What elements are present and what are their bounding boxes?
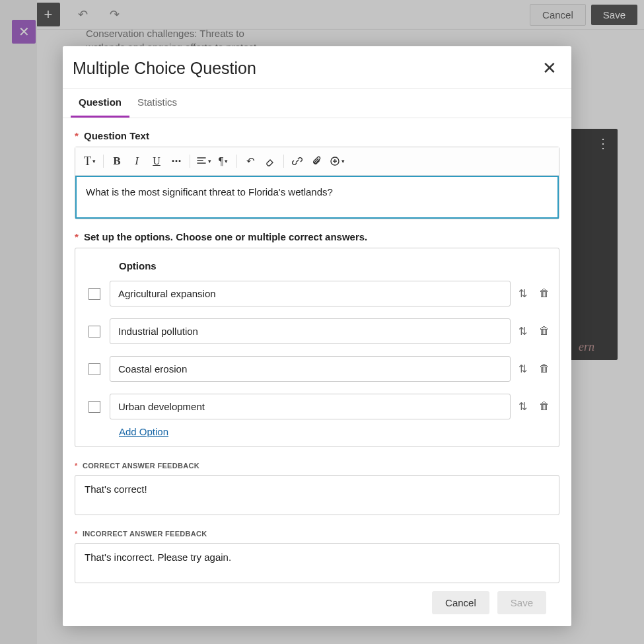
trash-icon: 🗑 bbox=[539, 363, 550, 374]
tab-question[interactable]: Question bbox=[71, 89, 129, 118]
question-editor: T▾ B I U ··· ▾ ¶▾ ↶ bbox=[75, 147, 559, 219]
add-option-link[interactable]: Add Option bbox=[119, 426, 550, 437]
modal-save-button[interactable]: Save bbox=[497, 591, 546, 614]
option-correct-checkbox[interactable] bbox=[89, 363, 100, 375]
option-correct-checkbox[interactable] bbox=[89, 288, 100, 300]
required-marker: * bbox=[75, 130, 79, 141]
correct-feedback-input[interactable]: That's correct! bbox=[75, 475, 559, 515]
close-icon: ✕ bbox=[542, 58, 557, 78]
insert-dropdown[interactable]: ▾ bbox=[328, 151, 346, 171]
modal-body: * Question Text T▾ B I U ··· ▾ ¶▾ ↶ bbox=[63, 118, 571, 626]
option-row: Agricultural expansion ⇅ 🗑 bbox=[85, 281, 550, 306]
trash-icon: 🗑 bbox=[539, 400, 550, 411]
correct-feedback-label: * CORRECT ANSWER FEEDBACK bbox=[75, 462, 559, 470]
text-style-dropdown[interactable]: T▾ bbox=[81, 151, 99, 171]
link-icon bbox=[292, 156, 303, 166]
editor-toolbar: T▾ B I U ··· ▾ ¶▾ ↶ bbox=[75, 147, 559, 176]
incorrect-feedback-label: * INCORRECT ANSWER FEEDBACK bbox=[75, 530, 559, 538]
option-text-input[interactable]: Coastal erosion bbox=[110, 356, 511, 382]
options-instruction-label: * Set up the options. Choose one or mult… bbox=[75, 231, 559, 242]
option-row: Coastal erosion ⇅ 🗑 bbox=[85, 356, 550, 382]
more-formatting-button[interactable]: ··· bbox=[167, 151, 186, 171]
required-marker: * bbox=[75, 530, 78, 538]
option-correct-checkbox[interactable] bbox=[89, 401, 100, 413]
tab-statistics[interactable]: Statistics bbox=[129, 89, 185, 118]
link-button[interactable] bbox=[288, 151, 306, 171]
reorder-icon: ⇅ bbox=[519, 326, 527, 337]
options-panel: Options Agricultural expansion ⇅ 🗑 Indus… bbox=[75, 248, 559, 447]
delete-option-button[interactable]: 🗑 bbox=[539, 400, 550, 413]
reorder-icon: ⇅ bbox=[519, 288, 527, 299]
modal-header: Multiple Choice Question ✕ bbox=[63, 46, 571, 89]
modal-footer: Cancel Save bbox=[75, 583, 559, 626]
incorrect-feedback-input[interactable]: That's incorrect. Please try again. bbox=[75, 543, 559, 583]
italic-button[interactable]: I bbox=[127, 151, 146, 171]
question-text-input[interactable]: What is the most significant threat to F… bbox=[75, 176, 559, 219]
delete-option-button[interactable]: 🗑 bbox=[539, 287, 550, 300]
paragraph-dropdown[interactable]: ¶▾ bbox=[214, 151, 233, 171]
undo-icon: ↶ bbox=[246, 155, 255, 167]
modal-title: Multiple Choice Question bbox=[73, 59, 256, 78]
reorder-button[interactable]: ⇅ bbox=[519, 325, 527, 338]
reorder-button[interactable]: ⇅ bbox=[519, 287, 527, 300]
trash-icon: 🗑 bbox=[539, 287, 550, 299]
attachment-button[interactable] bbox=[308, 151, 326, 171]
required-marker: * bbox=[75, 231, 79, 242]
align-dropdown[interactable]: ▾ bbox=[194, 151, 213, 171]
paperclip-icon bbox=[312, 156, 322, 166]
bold-button[interactable]: B bbox=[108, 151, 126, 171]
modal-tabs: Question Statistics bbox=[63, 89, 571, 118]
editor-undo-button[interactable]: ↶ bbox=[241, 151, 260, 171]
required-marker: * bbox=[75, 462, 78, 470]
trash-icon: 🗑 bbox=[539, 325, 550, 336]
reorder-button[interactable]: ⇅ bbox=[519, 363, 527, 375]
reorder-icon: ⇅ bbox=[519, 401, 527, 412]
clear-format-button[interactable] bbox=[261, 151, 279, 171]
option-row: Urban development ⇅ 🗑 bbox=[85, 394, 550, 419]
plus-circle-icon bbox=[330, 156, 340, 166]
eraser-icon bbox=[265, 156, 275, 166]
delete-option-button[interactable]: 🗑 bbox=[539, 363, 550, 375]
option-text-input[interactable]: Agricultural expansion bbox=[110, 281, 511, 306]
option-row: Industrial pollution ⇅ 🗑 bbox=[85, 318, 550, 344]
option-correct-checkbox[interactable] bbox=[89, 326, 100, 338]
multiple-choice-modal: Multiple Choice Question ✕ Question Stat… bbox=[63, 46, 571, 626]
options-header: Options bbox=[119, 260, 550, 271]
delete-option-button[interactable]: 🗑 bbox=[539, 325, 550, 338]
close-modal-button[interactable]: ✕ bbox=[542, 58, 557, 79]
option-text-input[interactable]: Industrial pollution bbox=[110, 318, 511, 344]
reorder-button[interactable]: ⇅ bbox=[519, 400, 527, 413]
modal-cancel-button[interactable]: Cancel bbox=[432, 591, 489, 614]
underline-button[interactable]: U bbox=[147, 151, 166, 171]
reorder-icon: ⇅ bbox=[519, 363, 527, 375]
option-text-input[interactable]: Urban development bbox=[110, 394, 511, 419]
question-text-label: * Question Text bbox=[75, 130, 559, 141]
align-icon bbox=[196, 156, 207, 166]
